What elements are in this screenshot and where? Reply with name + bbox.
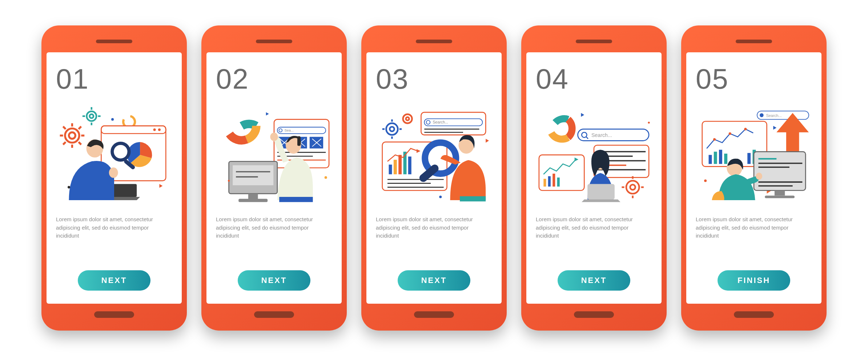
svg-point-56 [386,123,398,135]
home-button[interactable] [254,311,294,318]
screen-3: 03 Search... [366,52,502,304]
svg-point-55 [325,176,327,179]
illustration-woman-laptop: Search... [536,97,652,210]
svg-rect-115 [719,150,722,164]
svg-marker-26 [159,184,162,188]
svg-point-54 [228,180,230,182]
home-button[interactable] [414,311,454,318]
svg-rect-114 [714,152,717,164]
step-number: 03 [376,62,492,96]
speaker-slot [736,40,772,43]
svg-rect-96 [557,178,560,187]
svg-rect-48 [248,194,258,199]
svg-marker-53 [266,112,269,116]
svg-rect-49 [238,199,268,202]
svg-line-9 [79,142,81,145]
svg-point-19 [153,129,156,131]
svg-rect-117 [747,153,751,164]
svg-point-111 [729,132,731,135]
svg-marker-82 [486,139,489,143]
svg-point-112 [744,128,747,130]
svg-rect-128 [775,190,785,195]
search-placeholder-text: Search... [766,113,782,118]
step-description: Lorem ipsum dolor sit amet, consectetur … [56,215,172,240]
donut-chart-icon [551,119,572,139]
onboarding-phone-4: 04 Search... [521,25,667,331]
screen-5: 05 Search... [686,52,821,304]
svg-rect-113 [709,155,712,164]
illustration-analytics-man [56,97,172,210]
illustration-growth-arrow: Search... [696,97,812,210]
svg-rect-122 [754,152,805,191]
home-button[interactable] [94,311,134,318]
svg-point-27 [68,186,70,189]
svg-point-81 [439,195,442,198]
next-button[interactable]: NEXT [558,270,630,291]
svg-point-25 [111,118,114,121]
svg-rect-45 [233,165,273,185]
svg-marker-105 [582,199,620,202]
step-number: 02 [216,62,332,96]
svg-point-1 [69,132,76,139]
donut-chart-icon [229,124,256,140]
screen-1: 01 [47,52,182,304]
svg-rect-108 [757,111,809,120]
phone-top-bezel [206,31,342,52]
onboarding-phone-1: 01 [41,25,187,331]
onboarding-phone-2: 02 Sea... [201,25,347,331]
svg-point-63 [406,117,409,120]
svg-text:Sea...: Sea... [284,128,294,132]
svg-point-107 [648,122,650,124]
screen-4: 04 Search... [526,52,662,304]
step-number: 01 [56,62,172,96]
step-description: Lorem ipsum dolor sit amet, consectetur … [536,215,652,240]
speaker-slot [96,40,132,43]
gear-icon [403,114,412,123]
svg-point-10 [87,111,96,121]
next-button[interactable]: NEXT [398,270,470,291]
svg-marker-106 [581,113,584,117]
svg-rect-104 [587,184,615,199]
phone-top-bezel [686,31,821,52]
svg-rect-94 [548,176,551,186]
home-button[interactable] [574,311,614,318]
svg-point-98 [630,185,635,190]
svg-point-18 [158,129,161,131]
svg-rect-69 [389,165,392,174]
svg-rect-129 [765,195,795,198]
step-description: Lorem ipsum dolor sit amet, consectetur … [216,215,332,240]
gear-icon [60,123,85,148]
svg-rect-116 [724,154,727,164]
phone-top-bezel [47,31,182,52]
svg-rect-64 [421,112,486,135]
step-number: 05 [696,62,812,96]
svg-point-131 [756,173,762,180]
svg-point-0 [65,129,79,143]
gear-icon [83,107,101,125]
svg-rect-70 [394,160,397,174]
phone-bottom-bezel [206,304,342,325]
home-button[interactable] [734,311,774,318]
screen-2: 02 Sea... [206,52,342,304]
phone-bottom-bezel [366,304,502,325]
speaker-slot [256,40,292,43]
svg-point-52 [270,133,278,141]
svg-rect-73 [408,157,411,174]
step-number: 04 [536,62,652,96]
svg-line-8 [63,142,66,145]
search-icon [760,113,764,117]
finish-button[interactable]: FINISH [718,270,790,291]
svg-rect-51 [297,136,301,146]
phone-top-bezel [526,31,662,52]
search-placeholder-text: Search... [433,120,448,124]
phone-bottom-bezel [526,304,662,325]
search-placeholder-text: Search... [591,132,612,138]
phone-top-bezel [366,31,502,52]
step-description: Lorem ipsum dolor sit amet, consectetur … [376,215,492,240]
gear-icon [622,176,643,198]
next-button[interactable]: NEXT [78,270,150,291]
svg-point-110 [713,138,716,141]
illustration-woman-desktop: Sea... [216,97,332,210]
next-button[interactable]: NEXT [238,270,310,291]
phone-bottom-bezel [686,304,821,325]
